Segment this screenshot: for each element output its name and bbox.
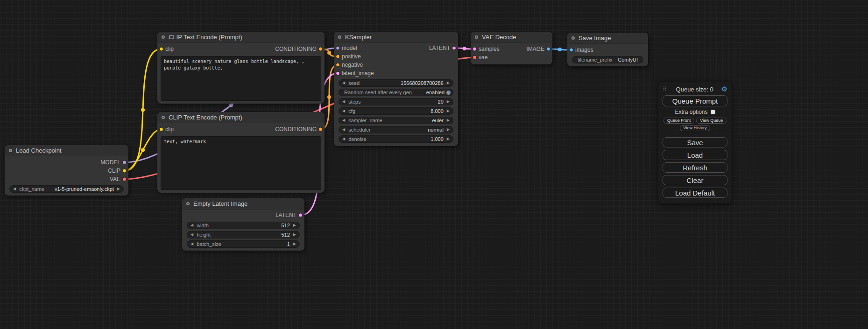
collapse-dot-icon[interactable] xyxy=(162,116,165,119)
output-slot-conditioning[interactable] xyxy=(318,47,323,51)
increment-icon[interactable]: ▶ xyxy=(447,119,450,122)
prompt-textarea[interactable]: beautiful scenery nature glass bottle la… xyxy=(161,56,321,101)
load-button[interactable]: Load xyxy=(663,150,727,160)
increment-icon[interactable]: ▶ xyxy=(447,109,450,113)
decrement-icon[interactable]: ◀ xyxy=(342,128,345,132)
decrement-icon[interactable]: ◀ xyxy=(342,109,345,113)
widget-batch-size[interactable]: ◀ batch_size 1 ▶ xyxy=(187,240,300,248)
node-title-bar[interactable]: KSampler xyxy=(334,32,458,43)
decrement-icon[interactable]: ◀ xyxy=(191,233,193,237)
widget-label: steps xyxy=(348,99,360,105)
decrement-icon[interactable]: ◀ xyxy=(342,137,345,141)
refresh-button[interactable]: Refresh xyxy=(663,162,727,173)
input-slot-label: vae xyxy=(479,54,487,61)
settings-gear-icon[interactable]: ⚙ xyxy=(721,85,727,93)
output-slot-label: LATENT xyxy=(275,212,296,218)
input-slot-samples[interactable] xyxy=(473,47,477,51)
toggle-dot-icon[interactable] xyxy=(446,91,451,95)
decrement-icon[interactable]: ◀ xyxy=(342,81,345,85)
collapse-dot-icon[interactable] xyxy=(338,35,341,39)
prompt-textarea[interactable]: text, watermark xyxy=(161,136,321,190)
output-slot-label: MODEL xyxy=(100,159,120,166)
view-history-button[interactable]: View History xyxy=(680,125,711,131)
node-title-bar[interactable]: Empty Latent Image xyxy=(182,198,304,210)
decrement-icon[interactable]: ◀ xyxy=(342,100,345,104)
increment-icon[interactable]: ▶ xyxy=(447,137,450,141)
widget-cfg[interactable]: ◀ cfg 8.000 ▶ xyxy=(339,107,453,115)
widget-value: 1.000 xyxy=(430,136,444,142)
output-slot-image[interactable] xyxy=(546,47,550,51)
decrement-icon[interactable]: ◀ xyxy=(191,242,193,246)
output-slot-vae[interactable] xyxy=(122,177,127,182)
node-title-bar[interactable]: Save Image xyxy=(567,33,648,44)
output-slot-clip[interactable] xyxy=(122,169,127,173)
collapse-dot-icon[interactable] xyxy=(162,35,165,39)
extra-options-checkbox[interactable] xyxy=(711,110,715,114)
output-slot-label: CONDITIONING xyxy=(275,126,317,133)
node-title-bar[interactable]: CLIP Text Encode (Prompt) xyxy=(157,112,325,123)
decrement-icon[interactable]: ◀ xyxy=(191,224,193,227)
collapse-dot-icon[interactable] xyxy=(186,202,190,205)
widget-random-seed-toggle[interactable]: Random seed after every gen enabled xyxy=(339,89,453,96)
output-slot-latent[interactable] xyxy=(452,46,456,50)
increment-icon[interactable]: ▶ xyxy=(293,224,296,227)
widget-steps[interactable]: ◀ steps 20 ▶ xyxy=(339,98,453,105)
node-load-checkpoint[interactable]: Load Checkpoint MODEL CLIP VAE ◀ ckpt_na… xyxy=(5,145,128,196)
decrement-icon[interactable]: ◀ xyxy=(342,119,345,122)
slot-row: LATENT xyxy=(182,210,304,220)
widget-sampler-name[interactable]: ◀ sampler_name euler ▶ xyxy=(339,117,453,124)
increment-icon[interactable]: ▶ xyxy=(117,187,120,191)
node-title-bar[interactable]: Load Checkpoint xyxy=(5,145,128,156)
input-slot-latent-image[interactable] xyxy=(336,71,340,76)
input-slot-label: clip xyxy=(165,46,174,52)
node-save-image[interactable]: Save Image images filename_prefix ComfyU… xyxy=(567,33,648,66)
node-clip-text-encode-negative[interactable]: CLIP Text Encode (Prompt) clip CONDITION… xyxy=(157,112,325,193)
node-title-bar[interactable]: VAE Decode xyxy=(471,32,552,43)
widget-seed[interactable]: ◀ seed 156680208700286 ▶ xyxy=(339,79,453,87)
input-slot-images[interactable] xyxy=(569,48,573,52)
increment-icon[interactable]: ▶ xyxy=(293,233,296,237)
output-slot-conditioning[interactable] xyxy=(318,127,323,132)
node-clip-text-encode-positive[interactable]: CLIP Text Encode (Prompt) clip CONDITION… xyxy=(157,32,325,104)
node-title: Empty Latent Image xyxy=(193,200,247,207)
drag-handle-icon[interactable]: ⠿ xyxy=(663,86,667,92)
input-slot-model[interactable] xyxy=(336,46,340,50)
wire-midpoint-dot xyxy=(327,51,331,55)
save-button[interactable]: Save xyxy=(663,137,727,147)
input-slot-negative[interactable] xyxy=(336,63,340,67)
node-title-bar[interactable]: CLIP Text Encode (Prompt) xyxy=(157,32,325,43)
widget-label: seed xyxy=(348,80,360,86)
view-queue-button[interactable]: View Queue xyxy=(696,118,727,124)
output-slot-model[interactable] xyxy=(122,161,127,165)
collapse-dot-icon[interactable] xyxy=(9,149,12,152)
increment-icon[interactable]: ▶ xyxy=(447,100,450,104)
collapse-dot-icon[interactable] xyxy=(475,35,478,39)
clear-button[interactable]: Clear xyxy=(663,175,727,185)
input-slot-clip[interactable] xyxy=(159,47,163,51)
slot-row: vae xyxy=(471,53,552,62)
queue-front-button[interactable]: Queue Front xyxy=(663,118,695,124)
collapse-dot-icon[interactable] xyxy=(572,36,575,40)
input-slot-clip[interactable] xyxy=(159,127,163,132)
load-default-button[interactable]: Load Default xyxy=(663,188,727,198)
increment-icon[interactable]: ▶ xyxy=(447,128,450,132)
node-ksampler[interactable]: KSampler model LATENT positive negative … xyxy=(334,32,458,146)
widget-filename-prefix[interactable]: filename_prefix ComfyUI xyxy=(572,56,643,63)
input-slot-label: samples xyxy=(479,46,500,52)
node-empty-latent-image[interactable]: Empty Latent Image LATENT ◀ width 512 ▶ … xyxy=(182,198,304,251)
node-vae-decode[interactable]: VAE Decode samples IMAGE vae xyxy=(471,32,552,64)
widget-width[interactable]: ◀ width 512 ▶ xyxy=(187,222,300,229)
output-slot-latent[interactable] xyxy=(298,213,303,217)
widget-scheduler[interactable]: ◀ scheduler normal ▶ xyxy=(339,126,453,133)
menu-header: ⠿ Queue size: 0 ⚙ xyxy=(663,84,727,94)
widget-denoise[interactable]: ◀ denoise 1.000 ▶ xyxy=(339,135,453,143)
increment-icon[interactable]: ▶ xyxy=(293,242,296,246)
widget-height[interactable]: ◀ height 512 ▶ xyxy=(187,231,300,238)
increment-icon[interactable]: ▶ xyxy=(447,81,450,85)
node-title: Save Image xyxy=(579,35,611,42)
widget-ckpt-name[interactable]: ◀ ckpt_name v1-5-pruned-emaonly.ckpt ▶ xyxy=(9,185,124,193)
input-slot-positive[interactable] xyxy=(336,55,340,59)
queue-prompt-button[interactable]: Queue Prompt xyxy=(663,95,727,106)
input-slot-vae[interactable] xyxy=(473,56,477,60)
decrement-icon[interactable]: ◀ xyxy=(13,187,16,191)
